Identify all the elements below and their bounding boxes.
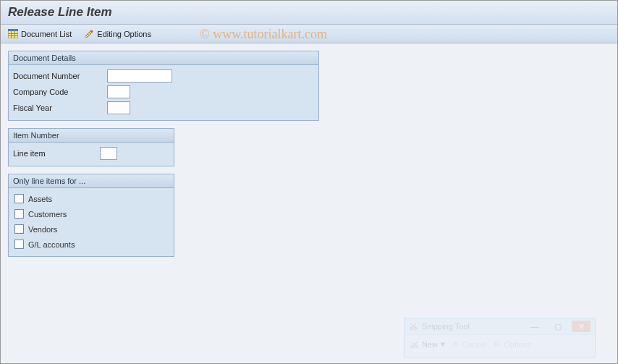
maximize-icon: ▢ (549, 321, 567, 332)
chevron-down-icon: ▾ (441, 339, 445, 349)
customers-checkbox[interactable] (14, 209, 24, 219)
cancel-icon: ✕ (452, 339, 459, 349)
svg-rect-1 (8, 29, 18, 31)
fiscal-year-label: Fiscal Year (13, 103, 107, 112)
scissors-icon (410, 340, 419, 349)
groupbox-document-details: Document Details Document Number Company… (8, 51, 319, 121)
svg-point-13 (411, 345, 414, 348)
svg-line-16 (412, 342, 418, 347)
field-row-company-code: Company Code (10, 84, 317, 100)
minimize-icon: — (525, 321, 544, 332)
customers-label: Customers (28, 210, 67, 219)
pencil-icon (85, 29, 94, 38)
groupbox-only-line-items: Only line items for ... Assets Customers… (8, 174, 174, 257)
snip-options-label: Options (504, 340, 531, 349)
window-titlebar: Release Line Item (1, 1, 617, 25)
assets-checkbox[interactable] (14, 194, 24, 203)
field-row-line-item: Line item (10, 145, 172, 161)
snip-options-button: ⚙ Options (494, 339, 531, 349)
fiscal-year-input[interactable] (107, 101, 130, 114)
groupbox-title: Only line items for ... (9, 174, 174, 188)
toolbar: Document List Editing Options © www.tuto… (1, 25, 617, 43)
snipping-tool-overlay: Snipping Tool — ▢ ✕ New ▾ ✕ Cancel ⚙ Opt… (404, 318, 596, 357)
close-icon: ✕ (572, 321, 591, 332)
watermark-text: © www.tutorialkart.com (200, 27, 327, 42)
groupbox-title: Document Details (9, 51, 318, 65)
groupbox-item-number: Item Number Line item (8, 128, 174, 166)
svg-point-9 (410, 327, 412, 330)
svg-point-14 (415, 345, 418, 348)
vendors-label: Vendors (28, 225, 57, 234)
line-item-input[interactable] (100, 147, 117, 160)
svg-line-11 (410, 323, 415, 329)
document-number-input[interactable] (107, 69, 172, 82)
editing-options-button[interactable]: Editing Options (85, 29, 151, 38)
checkbox-row-gl-accounts: G/L accounts (10, 237, 172, 252)
document-number-label: Document Number (13, 72, 107, 80)
groupbox-title: Item Number (9, 129, 174, 143)
line-item-label: Line item (13, 149, 100, 158)
gl-accounts-checkbox[interactable] (14, 240, 24, 249)
table-icon (8, 29, 18, 38)
snip-new-button: New ▾ (410, 339, 445, 349)
svg-line-12 (411, 323, 416, 329)
document-list-label: Document List (21, 30, 72, 38)
snipping-tool-title: Snipping Tool (422, 322, 521, 331)
checkbox-row-customers: Customers (10, 206, 172, 221)
assets-label: Assets (28, 195, 52, 203)
snip-new-label: New (422, 340, 438, 349)
checkbox-row-vendors: Vendors (10, 221, 172, 237)
scissors-icon (409, 322, 418, 331)
company-code-label: Company Code (13, 88, 107, 96)
page-title: Release Line Item (8, 5, 610, 20)
field-row-fiscal-year: Fiscal Year (10, 100, 317, 116)
svg-point-10 (414, 327, 417, 330)
svg-line-15 (412, 342, 417, 347)
company-code-input[interactable] (107, 85, 130, 98)
checkbox-row-assets: Assets (10, 191, 172, 206)
gl-accounts-label: G/L accounts (28, 240, 75, 249)
snip-cancel-button: ✕ Cancel (452, 339, 486, 349)
content-area: Document Details Document Number Company… (1, 43, 617, 271)
gear-icon: ⚙ (494, 339, 501, 349)
snip-cancel-label: Cancel (462, 340, 486, 349)
editing-options-label: Editing Options (97, 30, 151, 38)
document-list-button[interactable]: Document List (8, 29, 72, 38)
vendors-checkbox[interactable] (14, 224, 24, 234)
field-row-document-number: Document Number (10, 68, 317, 84)
